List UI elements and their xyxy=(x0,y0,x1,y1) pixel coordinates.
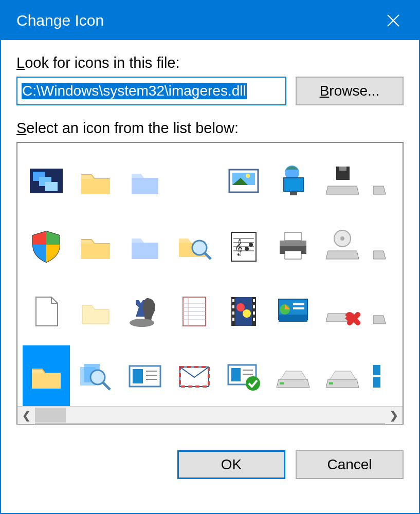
svg-rect-14 xyxy=(339,167,346,171)
svg-rect-46 xyxy=(253,299,255,302)
browse-button[interactable]: Browse... xyxy=(296,77,404,105)
ok-button[interactable]: OK xyxy=(177,450,285,479)
disc-drive-icon[interactable] xyxy=(319,216,366,278)
svg-point-23 xyxy=(245,247,249,251)
contact-card-icon[interactable] xyxy=(121,345,169,406)
video-clip-icon[interactable] xyxy=(220,281,267,342)
svg-rect-27 xyxy=(280,241,306,246)
scroll-right-button[interactable]: ❯ xyxy=(385,407,403,424)
drive-icon[interactable] xyxy=(319,345,366,406)
horizontal-scrollbar[interactable]: ❮ ❯ xyxy=(17,406,403,424)
folder-icon[interactable] xyxy=(72,151,119,213)
svg-rect-74 xyxy=(373,365,380,375)
scroll-left-button[interactable]: ❮ xyxy=(17,407,35,424)
icon-list: 𝄞 ❮ ❯ xyxy=(16,142,404,425)
blank-icon[interactable] xyxy=(171,151,218,213)
folder-icon[interactable] xyxy=(72,216,119,278)
drive-partial-icon[interactable] xyxy=(368,281,403,342)
network-monitor-icon[interactable] xyxy=(269,151,317,213)
select-icon-label: Select an icon from the list below: xyxy=(16,120,404,137)
svg-rect-12 xyxy=(290,192,297,195)
svg-rect-11 xyxy=(284,178,303,191)
printer-icon[interactable] xyxy=(269,216,317,278)
svg-line-59 xyxy=(103,382,110,390)
floppy-drive-icon[interactable] xyxy=(319,151,366,213)
network-collection-icon[interactable] xyxy=(23,151,70,213)
svg-rect-49 xyxy=(253,318,255,321)
svg-rect-53 xyxy=(279,315,307,322)
cancel-button[interactable]: Cancel xyxy=(296,450,404,479)
svg-rect-5 xyxy=(45,182,58,191)
games-chess-icon[interactable] xyxy=(121,281,169,342)
search-icon[interactable] xyxy=(72,345,119,406)
drive-disconnect-icon[interactable] xyxy=(319,281,366,342)
svg-rect-45 xyxy=(232,318,234,321)
drive-partial-icon[interactable] xyxy=(368,216,403,278)
folder-glass-icon[interactable] xyxy=(121,151,169,213)
svg-point-50 xyxy=(236,303,245,311)
look-for-label: Look for icons in this file: xyxy=(16,54,404,71)
folder-search-icon[interactable] xyxy=(171,216,218,278)
music-sheet-icon[interactable]: 𝄞 xyxy=(220,216,267,278)
svg-rect-42 xyxy=(232,299,234,302)
svg-rect-68 xyxy=(231,368,241,381)
email-envelope-icon[interactable] xyxy=(171,345,218,406)
svg-rect-44 xyxy=(232,311,234,315)
svg-rect-25 xyxy=(285,232,301,241)
scroll-thumb[interactable] xyxy=(35,408,66,423)
shield-windows-icon[interactable] xyxy=(23,216,70,278)
svg-rect-28 xyxy=(285,251,301,259)
file-path-text: C:\Windows\system32\imageres.dll xyxy=(22,83,247,99)
window-title: Change Icon xyxy=(16,12,104,29)
drive-partial-icon[interactable] xyxy=(368,151,403,213)
svg-rect-55 xyxy=(293,307,304,309)
svg-rect-47 xyxy=(253,305,255,308)
svg-point-31 xyxy=(130,319,154,327)
svg-point-71 xyxy=(246,376,260,391)
svg-point-15 xyxy=(192,241,207,255)
document-lined-icon[interactable] xyxy=(171,281,218,342)
windows-partial-icon[interactable] xyxy=(368,345,403,406)
file-path-input[interactable]: C:\Windows\system32\imageres.dll xyxy=(16,77,286,105)
svg-rect-54 xyxy=(293,303,304,305)
drive-icon[interactable] xyxy=(269,345,317,406)
svg-point-9 xyxy=(246,174,250,178)
svg-rect-61 xyxy=(133,369,143,383)
contact-ok-icon[interactable] xyxy=(220,345,267,406)
svg-rect-72 xyxy=(280,382,284,384)
document-blank-icon[interactable] xyxy=(23,281,70,342)
folder-light-icon[interactable] xyxy=(72,281,119,342)
svg-rect-75 xyxy=(373,377,380,388)
svg-rect-73 xyxy=(329,382,333,384)
folder-icon[interactable] xyxy=(23,345,70,406)
close-icon xyxy=(386,13,400,28)
close-button[interactable] xyxy=(378,5,409,36)
titlebar: Change Icon xyxy=(1,1,419,40)
svg-point-51 xyxy=(243,309,251,318)
svg-point-58 xyxy=(90,370,105,384)
icon-grid[interactable]: 𝄞 xyxy=(17,143,403,406)
svg-rect-48 xyxy=(253,311,255,315)
svg-point-30 xyxy=(340,236,344,241)
svg-text:𝄞: 𝄞 xyxy=(234,238,243,256)
control-panel-icon[interactable] xyxy=(269,281,317,342)
scroll-track[interactable] xyxy=(35,407,385,424)
svg-rect-43 xyxy=(232,305,234,308)
svg-point-24 xyxy=(249,243,253,247)
picture-icon[interactable] xyxy=(220,151,267,213)
folder-glass-icon[interactable] xyxy=(121,216,169,278)
